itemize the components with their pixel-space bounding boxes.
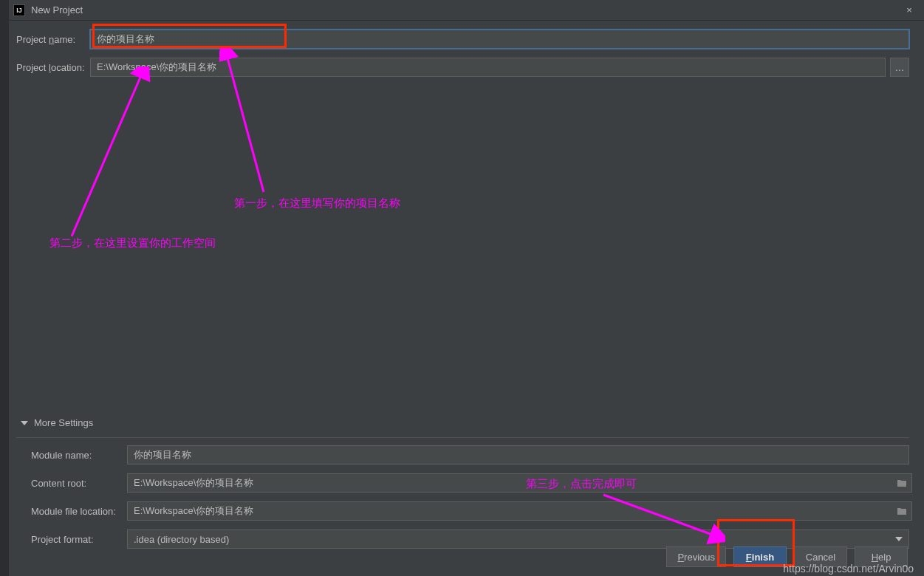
arrow-step2 — [64, 66, 153, 251]
new-project-dialog: IJ New Project × Project name: Project l… — [9, 0, 924, 576]
annotation-step1: 第一步，在这里填写你的项目名称 — [234, 196, 400, 210]
watermark: https://blog.csdn.net/Arvin0o — [783, 563, 914, 575]
background-editor-strip — [0, 0, 9, 576]
chevron-down-icon — [21, 421, 28, 425]
module-file-label: Module file location: — [31, 506, 127, 517]
folder-icon[interactable] — [894, 504, 909, 518]
project-format-value: .idea (directory based) — [134, 534, 229, 545]
finish-button[interactable]: Finish — [733, 546, 787, 567]
content-root-input[interactable] — [127, 473, 912, 493]
project-name-row: Project name: — [16, 30, 909, 49]
project-location-label: Project location: — [16, 62, 90, 73]
project-location-row: Project location: … — [16, 58, 909, 77]
divider — [16, 437, 909, 438]
module-name-input[interactable] — [127, 445, 909, 464]
more-settings-label: More Settings — [34, 417, 93, 428]
titlebar: IJ New Project × — [9, 0, 924, 21]
content-root-row: Content root: — [31, 473, 909, 493]
annotation-step2: 第二步，在这里设置你的工作空间 — [49, 236, 216, 250]
content-root-label: Content root: — [31, 478, 127, 489]
project-name-label: Project name: — [16, 34, 90, 45]
project-format-label: Project format: — [31, 534, 127, 545]
project-location-input[interactable] — [90, 58, 886, 77]
browse-location-button[interactable]: … — [890, 58, 909, 77]
annotation-step3: 第三步，点击完成即可 — [526, 477, 637, 491]
window-title: New Project — [31, 4, 899, 16]
module-file-input[interactable] — [127, 501, 912, 521]
app-icon: IJ — [13, 4, 25, 16]
module-name-row: Module name: — [31, 445, 909, 464]
project-name-input[interactable] — [90, 30, 909, 49]
more-settings-toggle[interactable]: More Settings — [21, 417, 909, 428]
previous-button[interactable]: Previous — [666, 546, 726, 567]
chevron-down-icon — [895, 537, 903, 541]
close-icon[interactable]: × — [899, 3, 920, 18]
module-name-label: Module name: — [31, 450, 127, 461]
folder-icon[interactable] — [894, 476, 909, 490]
svg-line-0 — [72, 74, 142, 236]
module-file-row: Module file location: — [31, 501, 909, 521]
dialog-content: Project name: Project location: … — [9, 21, 924, 77]
more-settings-section: More Settings Module name: Content root:… — [16, 410, 909, 558]
